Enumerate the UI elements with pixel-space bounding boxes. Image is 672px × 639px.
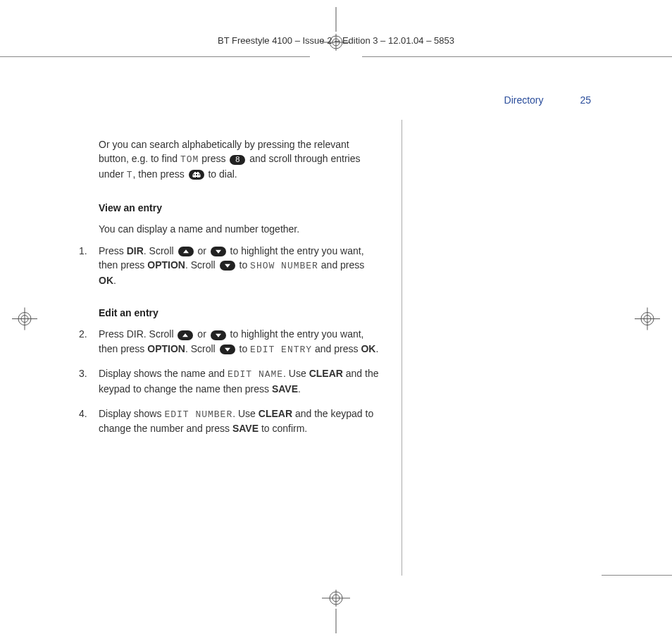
svg-point-19 (199, 176, 200, 178)
text: . Scroll (185, 343, 218, 354)
text: to dial. (206, 168, 237, 180)
step-number: 1. (79, 244, 87, 258)
display-text-edit-name: EDIT NAME (228, 369, 283, 380)
key-8-icon (230, 155, 245, 165)
cropmark-top-icon (318, 7, 354, 58)
text: to (237, 259, 250, 271)
text: . Use (283, 368, 309, 379)
clear-label: CLEAR (309, 368, 343, 379)
view-entry-sub: You can display a name and number togeth… (99, 222, 380, 236)
clear-label: CLEAR (259, 408, 292, 419)
scroll-down-icon (220, 261, 235, 271)
scroll-up-icon (178, 247, 194, 256)
cropmark-bottom-icon (318, 584, 354, 635)
call-key-icon (189, 170, 204, 180)
text: or (195, 245, 209, 256)
cropmark-left-icon (4, 304, 39, 335)
text: Display shows the name and (99, 368, 228, 379)
text: . Scroll (185, 259, 218, 271)
text: . (375, 343, 378, 354)
save-label: SAVE (272, 383, 298, 395)
body-column: Or you can search alphabetically by pres… (70, 137, 380, 446)
step-2: 2. Press DIR. Scroll or to highlight the… (70, 327, 380, 356)
text: . (113, 275, 116, 286)
display-text-t: T (127, 170, 133, 180)
scroll-down-icon (211, 247, 226, 256)
step-1: 1. Press DIR. Scroll or to highlight the… (70, 244, 380, 287)
text: press (199, 153, 228, 164)
text: Press (99, 245, 127, 256)
text: and press (318, 259, 364, 271)
cropmark-right-icon (633, 304, 668, 335)
scroll-up-icon (178, 330, 193, 340)
step-number: 3. (79, 366, 87, 380)
option-label: OPTION (147, 343, 185, 354)
bottom-rule-right (602, 575, 672, 576)
running-head: Directory 25 (504, 94, 591, 106)
text: , then press (133, 168, 187, 180)
heading-edit-entry: Edit an entry (99, 306, 380, 320)
ok-label: OK (99, 275, 113, 286)
text: to confirm. (259, 423, 307, 434)
step-number: 4. (79, 407, 87, 421)
heading-view-entry: View an entry (99, 201, 380, 215)
scroll-down-icon (220, 345, 235, 354)
text: and press (312, 343, 361, 354)
display-text-show-number: SHOW NUMBER (250, 261, 318, 271)
top-rule-right (362, 56, 672, 57)
step-3: 3. Display shows the name and EDIT NAME.… (70, 366, 380, 396)
intro-paragraph: Or you can search alphabetically by pres… (99, 137, 380, 182)
step-number: 2. (79, 327, 87, 341)
option-label: OPTION (147, 259, 185, 271)
ok-label: OK (361, 343, 375, 354)
top-rule-left (0, 56, 310, 57)
text: Press DIR. Scroll (99, 328, 176, 340)
text: or (194, 328, 209, 340)
display-text-edit-number: EDIT NUMBER (164, 409, 232, 420)
display-text-tom: TOM (180, 154, 199, 165)
section-name: Directory (504, 94, 544, 106)
document-header: BT Freestyle 4100 – Issue 2 – Edition 3 … (0, 35, 672, 46)
scroll-down-icon (211, 330, 226, 340)
dir-label: DIR (127, 245, 144, 256)
svg-point-18 (193, 176, 194, 178)
page: BT Freestyle 4100 – Issue 2 – Edition 3 … (0, 0, 672, 639)
column-divider (402, 120, 402, 576)
page-number: 25 (580, 94, 591, 106)
step-4: 4. Display shows EDIT NUMBER. Use CLEAR … (70, 407, 380, 436)
text: . Scroll (144, 245, 177, 256)
display-text-edit-entry: EDIT ENTRY (250, 345, 312, 355)
text: to (237, 343, 250, 354)
text: Display shows (99, 408, 164, 419)
text: . Use (232, 408, 259, 419)
save-label: SAVE (232, 423, 259, 434)
text: . (298, 383, 301, 395)
